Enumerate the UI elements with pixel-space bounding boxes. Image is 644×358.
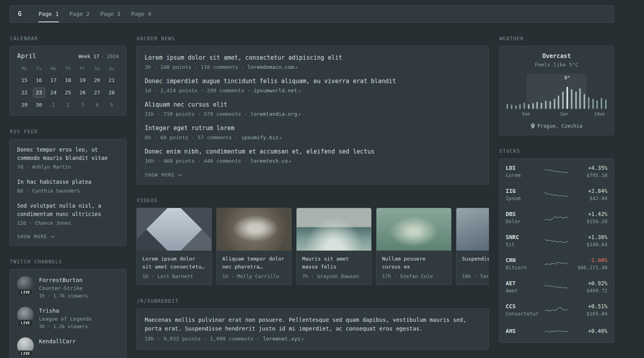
video-thumbnail[interactable] (456, 208, 489, 251)
stock-row[interactable]: AHS +0.46% (499, 321, 614, 341)
calendar-day: 1 (47, 100, 60, 110)
tab-page-4[interactable]: Page 4 (131, 6, 151, 22)
peak-temp-label: 9° (564, 75, 570, 81)
weather-widget: WEATHER Overcast Feels like 5°C 9° 6am 2… (499, 36, 614, 135)
stock-name: Dolor (506, 218, 544, 224)
stocks-card: LDI Lorem +4.35% $795.18 IIG Ipsum (499, 158, 614, 343)
weather-bar (541, 103, 542, 109)
hn-item-domain-link[interactable]: ipsumify.biz↗ (241, 134, 282, 140)
tab-page-2[interactable]: Page 2 (70, 6, 90, 22)
hn-item-title[interactable]: Donec imperdiet augue tincidunt felis al… (145, 77, 481, 86)
header-divider (30, 10, 31, 18)
rss-show-more-button[interactable]: SHOW MORE (17, 234, 55, 239)
weather-bar (571, 89, 572, 109)
stock-row[interactable]: CCS Consectetur +0.51% $165.84 (499, 298, 614, 321)
stock-row[interactable]: SNRC Sit +1.36% $148.64 (499, 229, 614, 252)
stock-id: SNRC Sit (506, 234, 544, 247)
hn-item-stats: 16h · 468 points · 440 comments · (145, 158, 250, 164)
video-thumbnail[interactable] (297, 208, 371, 251)
stock-values: -1.00% $66,171.48 (569, 257, 607, 270)
hn-item-title[interactable]: Donec enim nibh, condimentum et accumsan… (145, 147, 481, 156)
hn-item-title[interactable]: Integer eget rutrum lorem (145, 124, 481, 132)
stock-sparkline (544, 166, 569, 177)
calendar-day-today: 23 (33, 88, 45, 98)
video-title[interactable]: Suspendisse diam (462, 255, 489, 271)
stock-symbol: AHS (506, 328, 544, 334)
right-column: WEATHER Overcast Feels like 5°C 9° 6am 2… (499, 36, 614, 343)
channel-info: KendallCarr (39, 337, 76, 354)
stock-name: Bitcorn (506, 265, 544, 270)
hn-item-title[interactable]: Lorem ipsum dolor sit amet, consectetur … (145, 53, 481, 62)
video-title[interactable]: Aliquam tempor dolor nec pharetra… (222, 255, 286, 271)
calendar-day: 30 (33, 100, 45, 110)
video-card[interactable]: Lorem ipsum dolor sit amet consectetu… 1… (136, 208, 212, 285)
twitch-channel[interactable]: LIVE Trisha League of Legends 3h · 1.2k … (17, 307, 119, 329)
stock-row[interactable]: AET Amet +0.92% $499.72 (499, 275, 614, 298)
video-title[interactable]: Lorem ipsum dolor sit amet consectetu… (142, 255, 206, 271)
show-more-label: SHOW MORE (17, 234, 47, 239)
video-title[interactable]: Mauris sit amet massa felis (302, 255, 366, 271)
calendar-day: 22 (18, 88, 31, 98)
hn-item-domain-link[interactable]: loremdomain.com↗ (247, 64, 297, 70)
stock-row[interactable]: DBS Dolor +1.42% $156.28 (499, 206, 614, 229)
calendar-day: 18 (62, 75, 74, 86)
video-card[interactable]: Aliquam tempor dolor nec pharetra… 1h · … (216, 208, 292, 285)
reddit-post-title[interactable]: Maecenas mollis pulvinar erat non posuer… (145, 315, 481, 333)
video-meta: 17h · Stefan Cole (382, 273, 446, 279)
video-thumbnail[interactable] (137, 208, 211, 251)
rss-item-title[interactable]: Sed volutpat nulla nisl, a condimentum n… (17, 202, 119, 218)
stock-row[interactable]: LDI Lorem +4.35% $795.18 (499, 160, 614, 183)
hn-item-domain-link[interactable]: loremlandia.org↗ (250, 111, 301, 117)
video-thumbnail[interactable] (376, 208, 451, 251)
weather-chart: 9° (506, 74, 607, 109)
stock-row[interactable]: IIG Ipsum +2.84% $42.04 (499, 183, 614, 206)
weather-card: Overcast Feels like 5°C 9° 6am 2pm 10pm … (499, 46, 614, 135)
reddit-post-domain-link[interactable]: loremnet.xyz↗ (263, 336, 304, 342)
stock-change: +4.35% (569, 165, 607, 171)
hn-item: Lorem ipsum dolor sit amet, consectetur … (145, 53, 481, 71)
location-pin-icon (531, 123, 535, 129)
rss-item-title[interactable]: Donec tempor eros leo, ut commodo mauris… (17, 146, 119, 162)
video-card[interactable]: Suspendisse diam 18h · Tara (456, 208, 489, 285)
video-body: Nullam posuere cursus ex 17h · Stefan Co… (376, 251, 451, 285)
video-carousel[interactable]: Lorem ipsum dolor sit amet consectetu… 1… (136, 208, 489, 285)
tab-page-3[interactable]: Page 3 (100, 6, 120, 22)
video-body: Mauris sit amet massa felis 7h · Grayson… (297, 251, 371, 285)
twitch-card: LIVE ForrestBurton Counter-Strike 1h · 1… (10, 269, 126, 358)
subreddit-card: Maecenas mollis pulvinar erat non posuer… (136, 308, 489, 350)
hn-item-domain-link[interactable]: loremtech.co↗ (250, 158, 291, 164)
hn-item-domain-link[interactable]: ipsumworld.net↗ (254, 88, 301, 93)
twitch-channel[interactable]: LIVE KendallCarr (17, 337, 119, 354)
stock-row[interactable]: CRN Bitcorn -1.00% $66,171.48 (499, 252, 614, 275)
channel-name[interactable]: Trisha (39, 307, 92, 315)
video-title[interactable]: Nullam posuere cursus ex (382, 255, 446, 271)
calendar-day: 24 (47, 88, 60, 98)
video-card[interactable]: Nullam posuere cursus ex 17h · Stefan Co… (376, 208, 452, 285)
chevron-down-icon (50, 235, 55, 238)
calendar-year-label: · 2024 (101, 53, 119, 59)
avatar-wrap: LIVE (17, 337, 34, 354)
calendar-weekday: Tu (32, 66, 47, 71)
calendar-day: 17 (47, 75, 60, 86)
rss-item-title[interactable]: In hac habitasse platea (17, 178, 119, 186)
stock-name: Ipsum (506, 195, 544, 201)
video-card[interactable]: Mauris sit amet massa felis 7h · Grayson… (296, 208, 372, 285)
channel-name[interactable]: ForrestBurton (39, 276, 88, 284)
stock-change: +2.84% (569, 188, 607, 194)
tab-page-1[interactable]: Page 1 (39, 6, 59, 22)
calendar-weekday: Su (104, 66, 119, 71)
hn-item-stats: 21h · 710 points · 579 comments · (145, 111, 250, 117)
channel-name[interactable]: KendallCarr (39, 337, 76, 345)
stock-sparkline (544, 259, 569, 269)
video-thumbnail[interactable] (217, 208, 291, 251)
hn-show-more-button[interactable]: SHOW MORE (145, 172, 182, 178)
calendar-day: 29 (18, 100, 31, 110)
stock-symbol: CRN (506, 257, 544, 263)
calendar-weekday: We (46, 66, 61, 71)
hn-item-title[interactable]: Aliquam nec cursus elit (145, 100, 481, 109)
external-link-icon: ↗ (298, 112, 301, 117)
calendar-week-label: Week 17 (78, 53, 99, 59)
calendar-week-year: Week 17· 2024 (78, 53, 119, 59)
hn-item-domain: loremdomain.com (247, 64, 294, 70)
twitch-channel[interactable]: LIVE ForrestBurton Counter-Strike 1h · 1… (17, 276, 119, 299)
